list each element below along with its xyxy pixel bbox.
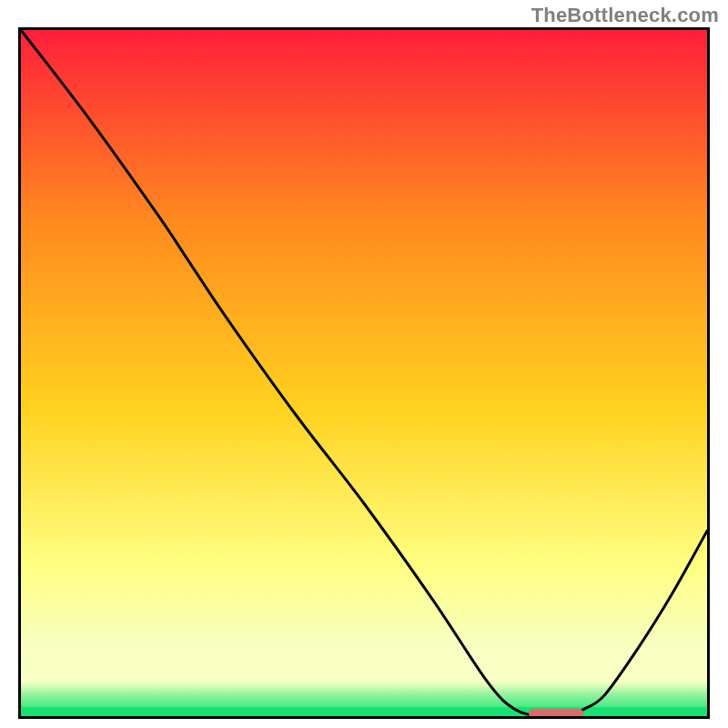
baseline-green-strip (21, 707, 707, 716)
chart-stage: TheBottleneck.com (0, 0, 728, 728)
gradient-background (21, 30, 707, 716)
optimal-range-marker (529, 709, 583, 716)
plot-frame (18, 27, 710, 719)
watermark-text: TheBottleneck.com (531, 4, 719, 27)
plot-svg (21, 30, 707, 716)
